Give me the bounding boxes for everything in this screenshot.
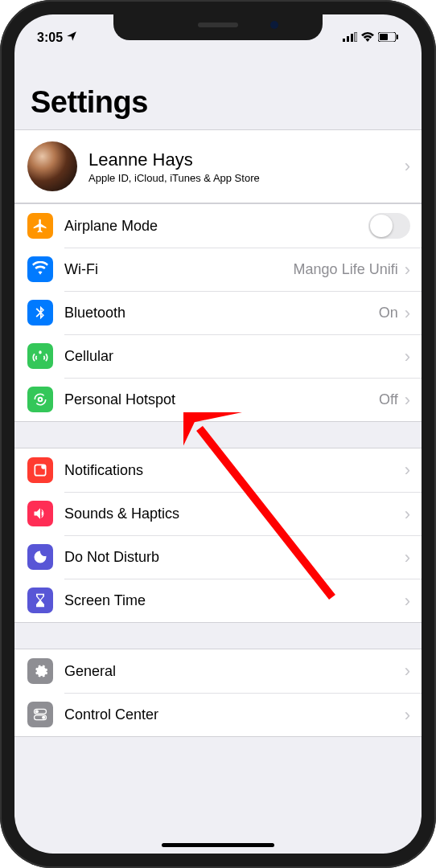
account-row[interactable]: Leanne Hays Apple ID, iCloud, iTunes & A… xyxy=(14,130,422,203)
row-label: Screen Time xyxy=(64,592,405,609)
svg-rect-3 xyxy=(355,32,357,42)
chevron-right-icon: › xyxy=(405,261,410,279)
account-name: Leanne Hays xyxy=(88,149,405,170)
row-bluetooth[interactable]: BluetoothOn› xyxy=(14,291,422,334)
row-label: Wi-Fi xyxy=(64,261,294,278)
row-general[interactable]: General› xyxy=(14,649,422,693)
row-value: Off xyxy=(379,391,398,408)
svg-point-10 xyxy=(35,710,39,713)
account-subtitle: Apple ID, iCloud, iTunes & App Store xyxy=(88,172,405,184)
location-arrow-icon xyxy=(66,31,77,45)
switches-icon xyxy=(27,702,53,727)
settings-group: Notifications›Sounds & Haptics›Do Not Di… xyxy=(14,448,422,623)
chevron-right-icon: › xyxy=(405,706,410,724)
svg-rect-5 xyxy=(380,34,388,40)
cellular-signal-icon xyxy=(343,31,357,45)
svg-rect-0 xyxy=(343,39,345,42)
chevron-right-icon: › xyxy=(405,348,410,366)
chevron-right-icon: › xyxy=(405,592,410,610)
row-label: Airplane Mode xyxy=(64,218,368,235)
wifi-status-icon xyxy=(361,31,374,45)
wifi-icon xyxy=(27,256,53,282)
svg-point-8 xyxy=(41,465,46,469)
row-dnd[interactable]: Do Not Disturb› xyxy=(14,535,422,579)
row-label: Personal Hotspot xyxy=(64,391,379,408)
hotspot-icon xyxy=(27,387,53,412)
svg-rect-2 xyxy=(351,34,353,42)
cellular-icon xyxy=(27,343,53,369)
chevron-right-icon: › xyxy=(405,662,410,680)
avatar xyxy=(27,141,77,191)
airplane-toggle[interactable] xyxy=(368,213,410,239)
row-value: Mango Life Unifi xyxy=(294,261,398,278)
bluetooth-icon xyxy=(27,300,53,326)
row-notifications[interactable]: Notifications› xyxy=(14,448,422,492)
row-value: On xyxy=(379,305,398,321)
account-group: Leanne Hays Apple ID, iCloud, iTunes & A… xyxy=(14,129,422,203)
notch xyxy=(113,14,323,40)
row-sounds[interactable]: Sounds & Haptics› xyxy=(14,492,422,535)
content[interactable]: Settings Leanne Hays Apple ID, iCloud, i… xyxy=(14,14,422,737)
phone-frame: 3:05 Settings xyxy=(0,0,436,868)
status-time: 3:05 xyxy=(37,31,63,45)
svg-rect-6 xyxy=(397,35,398,39)
row-label: Bluetooth xyxy=(64,305,379,321)
sounds-icon xyxy=(27,501,53,526)
row-cellular[interactable]: Cellular› xyxy=(14,334,422,378)
row-controlcenter[interactable]: Control Center› xyxy=(14,693,422,736)
svg-point-12 xyxy=(42,716,45,719)
row-label: Notifications xyxy=(64,462,405,479)
home-indicator[interactable] xyxy=(162,843,274,847)
row-hotspot[interactable]: Personal HotspotOff› xyxy=(14,378,422,421)
moon-icon xyxy=(27,544,53,570)
row-label: Sounds & Haptics xyxy=(64,506,405,522)
gear-icon xyxy=(27,658,53,684)
hourglass-icon xyxy=(27,588,53,613)
screen: 3:05 Settings xyxy=(14,14,422,854)
chevron-right-icon: › xyxy=(405,461,410,479)
chevron-right-icon: › xyxy=(405,158,410,175)
row-label: General xyxy=(64,663,405,680)
row-wifi[interactable]: Wi-FiMango Life Unifi› xyxy=(14,248,422,291)
row-airplane[interactable]: Airplane Mode xyxy=(14,204,422,248)
row-label: Do Not Disturb xyxy=(64,549,405,566)
settings-group: Airplane ModeWi-FiMango Life Unifi›Bluet… xyxy=(14,203,422,422)
chevron-right-icon: › xyxy=(405,549,410,567)
notifications-icon xyxy=(27,457,53,483)
chevron-right-icon: › xyxy=(405,391,410,409)
chevron-right-icon: › xyxy=(405,305,410,322)
chevron-right-icon: › xyxy=(405,506,410,523)
row-screentime[interactable]: Screen Time› xyxy=(14,579,422,622)
svg-rect-1 xyxy=(347,36,349,42)
row-label: Control Center xyxy=(64,706,405,723)
battery-icon xyxy=(378,31,399,45)
page-title: Settings xyxy=(14,79,422,129)
airplane-icon xyxy=(27,213,53,239)
settings-group: General›Control Center› xyxy=(14,649,422,737)
row-label: Cellular xyxy=(64,348,405,365)
